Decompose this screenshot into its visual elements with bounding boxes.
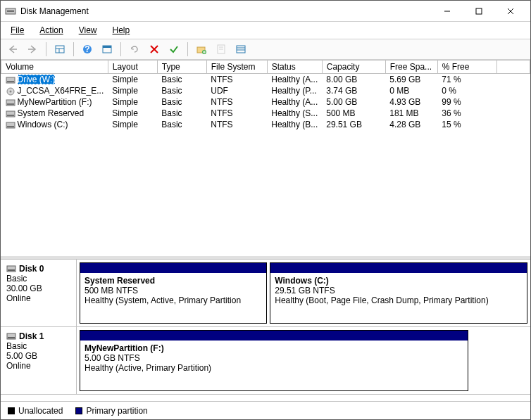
help-icon: ? [82, 44, 93, 55]
disk-label[interactable]: Disk 0Basic30.00 GBOnline [1, 260, 77, 326]
primary-swatch [75, 407, 82, 414]
refresh-icon [129, 44, 140, 55]
partition-header [270, 263, 527, 273]
svg-rect-41 [8, 337, 15, 338]
legend-primary-label: Primary partition [86, 406, 147, 416]
disk-label[interactable]: Disk 1Basic5.00 GBOnline [1, 327, 77, 394]
disk-icon [6, 332, 16, 341]
volume-layout: Simple [108, 119, 157, 130]
view-layout-button[interactable] [52, 42, 68, 57]
col-capacity[interactable]: Capacity [322, 61, 385, 74]
maximize-button[interactable] [463, 1, 494, 21]
panel-button[interactable] [99, 42, 115, 57]
svg-rect-9 [56, 46, 64, 53]
partition-header [80, 331, 468, 341]
refresh-button[interactable] [127, 42, 142, 57]
svg-rect-29 [7, 81, 14, 82]
table-row[interactable]: Drive (W:)SimpleBasicNTFSHealthy (A...8.… [1, 74, 530, 86]
partition-name: MyNewPartition (F:) [85, 343, 463, 353]
table-row[interactable]: MyNewPartition (F:)SimpleBasicNTFSHealth… [1, 96, 530, 108]
minimize-button[interactable] [431, 1, 463, 21]
menu-help[interactable]: Help [110, 24, 133, 37]
volume-capacity: 29.51 GB [322, 119, 385, 130]
toolbar: ? [1, 39, 530, 60]
legend-primary: Primary partition [75, 406, 147, 416]
volume-name: Drive (W:) [18, 75, 56, 84]
svg-rect-2 [7, 11, 14, 12]
sheet-button[interactable] [213, 42, 229, 57]
menu-file[interactable]: File [8, 24, 27, 37]
volume-name: System Reserved [18, 108, 85, 118]
properties-button[interactable] [166, 42, 182, 57]
col-layout[interactable]: Layout [108, 61, 157, 74]
partition[interactable]: System Reserved500 MB NTFSHealthy (Syste… [80, 262, 267, 324]
volume-type: Basic [157, 119, 206, 130]
volume-pct: 15 % [437, 119, 496, 130]
col-type[interactable]: Type [157, 61, 206, 74]
detail-list-button[interactable] [233, 42, 249, 57]
partition-status: Healthy (Boot, Page File, Crash Dump, Pr… [275, 295, 523, 305]
volume-type: Basic [157, 85, 206, 96]
partition-size: 5.00 GB NTFS [85, 353, 463, 363]
partition-size: 29.51 GB NTFS [275, 286, 523, 295]
help-button[interactable]: ? [80, 42, 95, 57]
menu-action[interactable]: Action [37, 24, 65, 37]
disk-partitions: MyNewPartition (F:)5.00 GB NTFSHealthy (… [77, 327, 471, 394]
volume-status: Healthy (P... [267, 85, 322, 96]
checkmark-icon [168, 44, 180, 55]
forward-button[interactable] [25, 42, 40, 57]
legend-unallocated-label: Unallocated [18, 406, 63, 416]
partition[interactable]: Windows (C:)29.51 GB NTFSHealthy (Boot, … [270, 262, 527, 324]
col-volume[interactable]: Volume [1, 61, 108, 74]
table-row[interactable]: J_CCSA_X64FRE_E...SimpleBasicUDFHealthy … [1, 85, 530, 96]
svg-text:?: ? [85, 44, 89, 54]
col-filler[interactable] [496, 61, 530, 74]
disk-map-pane[interactable]: Disk 0Basic30.00 GBOnlineSystem Reserved… [1, 259, 530, 401]
volume-layout: Simple [108, 74, 157, 86]
volume-table: Volume Layout Type File System Status Ca… [1, 60, 530, 130]
svg-rect-37 [7, 126, 14, 127]
volume-icon [6, 98, 15, 107]
volume-name: MyNewPartition (F:) [18, 97, 92, 107]
disk-name: Disk 1 [19, 331, 44, 341]
volume-pct: 71 % [437, 74, 496, 86]
delete-button[interactable] [146, 42, 162, 57]
svg-rect-35 [7, 115, 14, 116]
col-freespace[interactable]: Free Spa... [385, 61, 437, 74]
volume-free: 0 MB [385, 85, 437, 96]
partition-name: System Reserved [85, 276, 262, 286]
volume-status: Healthy (B... [267, 119, 322, 130]
volume-status: Healthy (S... [267, 108, 322, 119]
table-row[interactable]: System ReservedSimpleBasicNTFSHealthy (S… [1, 108, 530, 119]
volume-free: 4.93 GB [385, 96, 437, 108]
col-status[interactable]: Status [267, 61, 322, 74]
volume-status: Healthy (A... [267, 74, 322, 86]
volume-status: Healthy (A... [267, 96, 322, 108]
legend-unallocated: Unallocated [8, 406, 63, 416]
table-row[interactable]: Windows (C:)SimpleBasicNTFSHealthy (B...… [1, 119, 530, 130]
volume-capacity: 5.00 GB [322, 96, 385, 108]
volume-name: J_CCSA_X64FRE_E... [18, 86, 104, 96]
volume-layout: Simple [108, 96, 157, 108]
svg-point-31 [9, 90, 11, 92]
volume-fs: UDF [206, 85, 267, 96]
partition[interactable]: MyNewPartition (F:)5.00 GB NTFSHealthy (… [80, 330, 468, 391]
volume-type: Basic [157, 96, 206, 108]
panel-icon [101, 44, 113, 55]
svg-rect-39 [8, 269, 15, 271]
back-button[interactable] [5, 42, 20, 57]
menu-view[interactable]: View [76, 24, 100, 37]
volume-list-pane[interactable]: Volume Layout Type File System Status Ca… [1, 60, 530, 259]
new-volume-button[interactable] [194, 42, 209, 57]
col-filesystem[interactable]: File System [206, 61, 267, 74]
col-pctfree[interactable]: % Free [437, 61, 496, 74]
maximize-icon [475, 8, 482, 15]
disk-name: Disk 0 [19, 264, 44, 274]
volume-capacity: 3.74 GB [322, 85, 385, 96]
arrow-left-icon [7, 44, 18, 55]
unallocated-swatch [8, 407, 15, 414]
app-icon [5, 6, 16, 17]
close-button[interactable] [494, 1, 526, 21]
app-window: Disk Management File Action View Help ? [0, 0, 531, 420]
disk-type: Basic [6, 341, 70, 351]
